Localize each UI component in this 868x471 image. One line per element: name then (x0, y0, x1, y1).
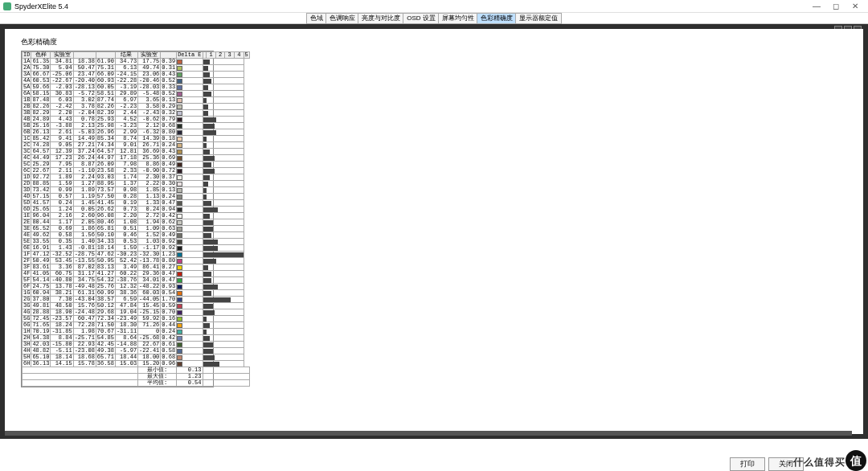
horizontal-scrollbar[interactable] (5, 431, 852, 436)
color-swatch (177, 362, 182, 367)
tab-1[interactable]: 色调响应 (326, 13, 359, 24)
delta-bar (203, 162, 211, 167)
delta-bar (203, 240, 218, 244)
color-swatch (177, 297, 182, 302)
color-swatch (177, 323, 182, 328)
color-swatch (177, 227, 182, 231)
delta-bar (203, 349, 213, 354)
delta-bar (203, 317, 207, 322)
tab-6[interactable]: 显示器额定值 (515, 13, 562, 24)
page-title: 色彩精确度 (21, 37, 847, 47)
color-swatch (177, 304, 182, 309)
report-page: 色彩精确度 ID色样实验室结果实验室Delta E123451A61.3534.… (5, 29, 863, 434)
summary-row: 最大值:1.23 (23, 374, 250, 380)
color-swatch (177, 246, 182, 251)
color-swatch (177, 85, 182, 90)
app-title: SpyderXElite 5.4 (14, 2, 68, 10)
delta-bar (203, 310, 215, 315)
table-row: 6H36.1314.1515.7836.5815.0315.200.96 (23, 361, 250, 367)
color-swatch (177, 220, 182, 225)
delta-bar (203, 104, 208, 109)
color-swatch (177, 98, 182, 103)
maximize-button[interactable]: ◻ (826, 2, 845, 10)
color-swatch (177, 162, 182, 167)
footer-bar: 打印 关闭 (0, 457, 868, 471)
delta-bar (203, 233, 211, 238)
delta-bar (203, 265, 208, 270)
delta-bar (203, 188, 207, 193)
color-swatch (177, 233, 182, 238)
color-swatch (177, 124, 182, 129)
color-swatch (177, 111, 182, 116)
color-swatch (177, 214, 182, 219)
color-swatch (177, 182, 182, 186)
delta-bar (203, 252, 244, 257)
delta-bar (203, 291, 211, 296)
color-swatch (177, 207, 182, 212)
tab-2[interactable]: 亮度与对比度 (358, 13, 404, 24)
delta-bar (203, 143, 207, 148)
delta-bar (203, 272, 211, 276)
delta-bar (203, 92, 211, 96)
color-swatch (177, 317, 182, 322)
delta-bar (203, 111, 208, 116)
delta-bar (203, 259, 216, 264)
delta-bar (203, 285, 218, 289)
results-table: ID色样实验室结果实验室Delta E123451A61.3534.8118.3… (21, 51, 214, 387)
color-swatch (177, 278, 182, 283)
tab-4[interactable]: 屏幕均匀性 (438, 13, 478, 24)
color-swatch (177, 330, 182, 334)
color-swatch (177, 342, 182, 347)
delta-bar (203, 72, 210, 77)
color-swatch (177, 59, 182, 64)
delta-bar (203, 201, 211, 206)
color-swatch (177, 130, 182, 135)
col-header: 2 (215, 52, 225, 59)
delta-bar (203, 304, 213, 309)
minimize-button[interactable]: — (807, 2, 826, 10)
color-swatch (177, 195, 182, 199)
report-viewport: 色彩精确度 ID色样实验室结果实验室Delta E123451A61.3534.… (0, 24, 868, 439)
delta-bar (203, 66, 208, 71)
delta-bar (203, 156, 215, 161)
color-swatch (177, 156, 182, 161)
print-button[interactable]: 打印 (730, 457, 765, 471)
watermark-text: 什么值得买 (793, 456, 845, 469)
color-swatch (177, 149, 182, 154)
color-swatch (177, 66, 182, 71)
color-swatch (177, 259, 182, 264)
watermark-badge: 值 (845, 450, 866, 471)
color-swatch (177, 336, 182, 341)
close-button[interactable]: ✕ (845, 2, 865, 10)
delta-bar (203, 246, 218, 251)
delta-bar (203, 117, 216, 122)
col-header: 1 (207, 52, 216, 59)
tab-3[interactable]: OSD 设置 (403, 13, 440, 24)
color-swatch (177, 117, 182, 122)
summary-row: 平均值:0.54 (23, 380, 250, 387)
delta-bar (203, 149, 210, 154)
delta-bar (203, 182, 208, 186)
delta-bar (203, 85, 208, 90)
tab-5[interactable]: 色彩精确度 (477, 13, 517, 24)
delta-bar (203, 355, 215, 360)
color-swatch (177, 188, 182, 193)
color-swatch (177, 92, 182, 96)
delta-bar (203, 297, 231, 302)
color-swatch (177, 252, 182, 257)
color-swatch (177, 137, 182, 141)
tab-bar: 色域色调响应亮度与对比度OSD 设置屏幕均匀性色彩精确度显示器额定值 (0, 13, 868, 24)
delta-bar (203, 195, 207, 199)
color-swatch (177, 349, 182, 354)
color-swatch (177, 285, 182, 289)
color-swatch (177, 265, 182, 270)
app-icon (3, 2, 11, 10)
color-swatch (177, 79, 182, 84)
delta-bar (203, 227, 213, 231)
color-swatch (177, 291, 182, 296)
delta-bar (203, 342, 213, 347)
tab-0[interactable]: 色域 (306, 13, 327, 24)
delta-bar (203, 59, 210, 64)
color-swatch (177, 72, 182, 77)
color-swatch (177, 169, 182, 174)
